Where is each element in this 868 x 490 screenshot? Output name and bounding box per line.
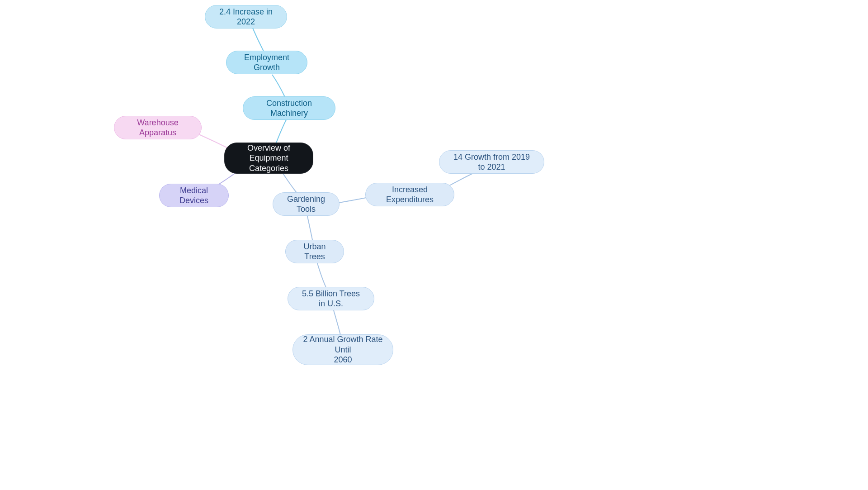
- node-construction-machinery[interactable]: Construction Machinery: [243, 96, 335, 120]
- node-expenditures-label: Increased Expenditures: [376, 185, 444, 205]
- node-warehouse-apparatus[interactable]: Warehouse Apparatus: [114, 116, 202, 139]
- node-24-increase-2022[interactable]: 2.4 Increase in 2022: [205, 5, 287, 29]
- node-urbanTrees-label: Urban Trees: [296, 242, 334, 262]
- node-14-growth-2019-2021[interactable]: 14 Growth from 2019 to 2021: [439, 150, 544, 174]
- node-increase2022-label: 2.4 Increase in 2022: [215, 7, 277, 27]
- node-55b-trees-us[interactable]: 5.5 Billion Trees in U.S.: [288, 287, 374, 310]
- node-gardening-label: Gardening Tools: [283, 194, 329, 214]
- node-growth2019-label: 14 Growth from 2019 to 2021: [449, 152, 534, 172]
- node-root[interactable]: Overview of Equipment Categories: [224, 143, 313, 174]
- node-medical-devices[interactable]: Medical Devices: [159, 184, 229, 207]
- node-urban-trees[interactable]: Urban Trees: [285, 240, 344, 263]
- diagram-canvas: Overview of Equipment Categories Warehou…: [0, 0, 868, 490]
- node-2-annual-growth-2060[interactable]: 2 Annual Growth Rate Until 2060: [292, 334, 393, 365]
- node-employment-label: Employment Growth: [236, 52, 297, 73]
- edges-layer: [0, 0, 868, 490]
- node-gardening-tools[interactable]: Gardening Tools: [273, 192, 340, 216]
- node-employment-growth[interactable]: Employment Growth: [226, 51, 307, 74]
- node-increased-expenditures[interactable]: Increased Expenditures: [365, 183, 454, 206]
- node-warehouse-label: Warehouse Apparatus: [124, 118, 191, 138]
- node-medical-label: Medical Devices: [170, 186, 218, 206]
- node-construction-label: Construction Machinery: [253, 98, 325, 119]
- node-root-label: Overview of Equipment Categories: [235, 143, 303, 174]
- node-trees55b-label: 5.5 Billion Trees in U.S.: [298, 289, 364, 309]
- node-annualGrowth-label: 2 Annual Growth Rate Until 2060: [303, 334, 383, 365]
